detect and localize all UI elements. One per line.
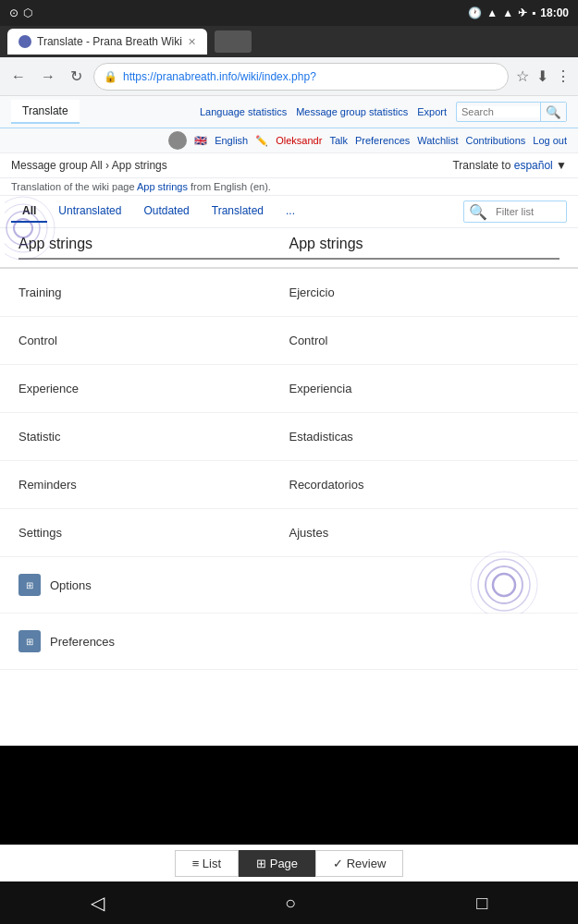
filter-tab-untranslated[interactable]: Untranslated (47, 201, 132, 223)
filter-search-icon: 🔍 (464, 203, 492, 221)
wiki-content: Translate Language statistics Message gr… (0, 96, 578, 746)
wiki-tabs: Translate (11, 100, 80, 124)
lang-stats-link[interactable]: Language statistics (200, 106, 287, 117)
browser-tab[interactable]: Translate - Prana Breath Wiki ✕ (7, 29, 207, 55)
tab-translate[interactable]: Translate (11, 100, 80, 124)
message-group-label: Message group (11, 159, 88, 172)
page-view-button[interactable]: ⊞ Page (239, 850, 315, 877)
download-icon[interactable]: ⬇ (536, 67, 548, 85)
table-row[interactable]: Statistic Estadisticas (0, 413, 578, 461)
target-column-header: App strings (289, 236, 560, 260)
filter-list: 🔍 (463, 201, 567, 223)
table-row[interactable]: ⊞ Options (0, 557, 578, 614)
lock-icon: 🔒 (104, 70, 117, 83)
status-bar: ⊙ ⬡ 🕐 ▲ ▲ ✈ ▪ 18:00 (0, 0, 578, 26)
table-row[interactable]: Training Ejercicio (0, 269, 578, 317)
export-link[interactable]: Export (417, 106, 447, 117)
recent-apps-icon[interactable]: □ (476, 893, 487, 914)
target-cell: Ejercicio (289, 286, 560, 299)
filter-list-input[interactable] (492, 206, 566, 217)
android-nav-bar: ◁ ○ □ (0, 881, 578, 924)
back-button[interactable]: ← (7, 65, 30, 89)
url-text: https://pranabreath.info/wiki/index.php? (123, 70, 316, 83)
talk-link[interactable]: Talk (329, 135, 348, 146)
page-link[interactable]: App strings (137, 181, 188, 192)
address-bar-icons: ☆ ⬇ ⋮ (516, 67, 571, 85)
star-icon[interactable]: ☆ (516, 67, 529, 85)
user-bar: 🇬🇧 English ✏️ Oleksandr Talk Preferences… (0, 128, 578, 153)
menu-icon[interactable]: ⋮ (556, 67, 571, 85)
filter-tabs: All Untranslated Outdated Translated ...… (0, 196, 578, 228)
source-cell: Preferences (50, 635, 305, 649)
filter-tab-more[interactable]: ... (275, 201, 306, 223)
status-bar-left: ⊙ ⬡ (9, 6, 32, 19)
source-cell: Experience (18, 382, 289, 395)
svg-point-5 (486, 566, 523, 603)
list-view-button[interactable]: ≡ List (175, 850, 239, 877)
target-lang-link[interactable]: español (514, 159, 553, 172)
status-bar-right: 🕐 ▲ ▲ ✈ ▪ 18:00 (468, 6, 569, 19)
language-link[interactable]: English (215, 135, 248, 146)
home-nav-icon[interactable]: ○ (285, 893, 296, 914)
source-column-header: App strings (18, 236, 289, 260)
source-cell: Training (18, 286, 289, 299)
target-cell: Ajustes (289, 526, 560, 540)
user-avatar (168, 131, 187, 150)
all-link[interactable]: All (90, 159, 102, 172)
filter-tab-all[interactable]: All (11, 201, 47, 223)
watchlist-link[interactable]: Watchlist (417, 135, 458, 146)
row-indicator: ⊞ (18, 630, 41, 652)
review-button[interactable]: ✓ Review (315, 850, 403, 877)
preferences-link[interactable]: Preferences (355, 135, 410, 146)
source-cell: Reminders (18, 478, 289, 492)
svg-point-4 (493, 574, 515, 596)
msg-group-stats-link[interactable]: Message group statistics (296, 106, 408, 117)
table-row[interactable]: Experience Experiencia (0, 365, 578, 413)
signal-icon: ▲ (502, 6, 513, 19)
table-row[interactable]: Control Control (0, 317, 578, 365)
target-cell: Estadisticas (289, 430, 560, 444)
svg-point-7 (471, 552, 537, 618)
battery-icon: ▪ (532, 6, 535, 19)
logout-link[interactable]: Log out (533, 135, 567, 146)
contributions-link[interactable]: Contributions (465, 135, 525, 146)
tab-bar: Translate - Prana Breath Wiki ✕ (0, 26, 578, 57)
user-flag: 🇬🇧 (194, 135, 207, 147)
source-cell: Control (18, 334, 289, 347)
source-cell: Statistic (18, 430, 289, 444)
group-name: App strings (112, 159, 167, 172)
filter-tab-outdated[interactable]: Outdated (132, 201, 200, 223)
filter-tab-translated[interactable]: Translated (201, 201, 275, 223)
refresh-button[interactable]: ↻ (67, 64, 86, 89)
tab-close-button[interactable]: ✕ (188, 36, 196, 48)
table-header: App strings App strings (0, 228, 578, 269)
table-row[interactable]: Reminders Recordatorios (0, 461, 578, 509)
target-cell: Recordatorios (289, 478, 560, 492)
ripple-effect-2 (467, 548, 541, 622)
row-indicator: ⊞ (18, 574, 41, 596)
username-link[interactable]: Oleksandr (276, 135, 322, 146)
forward-button[interactable]: → (37, 65, 59, 89)
tab-favicon (18, 35, 31, 48)
source-cell: Options (50, 578, 305, 592)
app-icon-1: ⊙ (9, 6, 18, 19)
wiki-search-button[interactable]: 🔍 (540, 103, 566, 121)
message-group-bar: Message group All › App strings Translat… (0, 153, 578, 178)
url-bar[interactable]: 🔒 https://pranabreath.info/wiki/index.ph… (93, 63, 509, 91)
trans-info: Translation of the wiki page App strings… (0, 178, 578, 196)
target-cell: Experiencia (289, 382, 560, 395)
wiki-nav-links: Language statistics Message group statis… (200, 102, 567, 122)
airplane-icon: ✈ (518, 6, 527, 19)
translate-to: Translate to español ▼ (452, 159, 567, 172)
clock: 18:00 (540, 6, 569, 19)
address-bar: ← → ↻ 🔒 https://pranabreath.info/wiki/in… (0, 57, 578, 96)
wiki-search-bar: 🔍 (456, 102, 567, 122)
table-row[interactable]: ⊞ Preferences (0, 614, 578, 670)
back-nav-icon[interactable]: ◁ (91, 892, 105, 914)
wifi-icon: ▲ (486, 6, 498, 19)
breadcrumb-separator: › (105, 159, 109, 172)
new-tab-area (215, 30, 252, 53)
wiki-search-input[interactable] (457, 106, 540, 117)
wiki-top-nav: Translate Language statistics Message gr… (0, 96, 578, 128)
source-cell: Settings (18, 526, 289, 540)
